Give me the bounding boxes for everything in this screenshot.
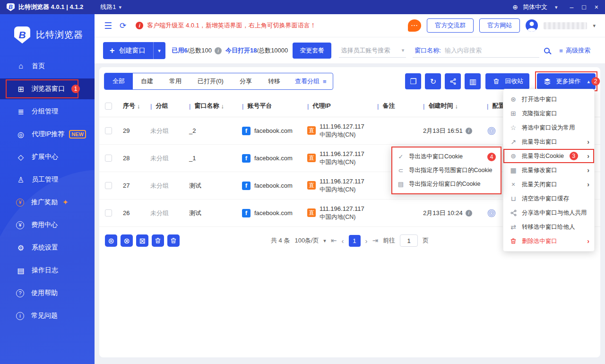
tab-自建[interactable]: 自建 [133,73,161,89]
proxy-location: 中国内地(CN) [320,213,364,221]
column-header-窗口名称[interactable]: |窗口名称↓ [189,102,242,110]
menu-item-transfer-window[interactable]: ⇄转移选中窗口给他人 [503,220,594,234]
facebook-icon: f [242,209,251,217]
page-size-select[interactable]: 100条/页 ▾ [294,236,326,245]
menu-item-clear-cache[interactable]: ⊔清空选中窗口缓存 [503,191,594,206]
row-checkbox-cell [105,127,123,134]
select-all-checkbox[interactable] [105,103,112,110]
sort-icon[interactable]: ↓ [455,103,458,110]
more-actions-button[interactable]: 更多操作 ▴ [537,73,596,89]
official-site-button[interactable]: 官方网站 [479,18,520,33]
export-group-cookie-icon: ▤ [397,181,405,188]
clone-window-icon: ⊞ [509,110,518,117]
refresh-list-button[interactable]: ↻ [425,73,441,89]
column-header-代理IP[interactable]: |代理IP [307,102,377,110]
line-caret-icon[interactable]: ▾ [119,4,122,10]
tab-已打开(0)[interactable]: 已打开(0) [190,73,232,89]
refresh-icon[interactable]: ⟳ [120,21,126,31]
sort-icon[interactable]: ↓ [221,103,224,110]
account-caret-icon[interactable]: ▾ [593,23,596,29]
time-info-icon[interactable]: i [466,210,472,217]
column-header-分组[interactable]: |分组 [150,102,189,110]
sidebar-item-faq[interactable]: i常见问题 [0,305,95,326]
language-caret-icon[interactable]: ▾ [555,4,558,10]
line-selector[interactable]: 线路1 [100,3,116,11]
employee-account-select[interactable]: 选择员工账号搜索 ▾ [339,43,406,58]
close-selected-button[interactable]: ⊗ [121,234,133,247]
column-header-备注[interactable]: |备注 [377,102,423,110]
submenu-item-export-selected-cookie[interactable]: ✓导出选中窗口Cookie4 [392,150,501,164]
prev-page-button[interactable]: ‹ [341,237,344,245]
row-checkbox[interactable] [105,155,112,162]
sidebar-item-billing[interactable]: ¥费用中心 [0,215,95,235]
menu-item-open-selected-window[interactable]: ⊛打开选中窗口 [503,92,594,106]
create-window-button[interactable]: + 创建窗口 ▾ [103,42,165,59]
advanced-search[interactable]: ≡ 高级搜索 [559,46,590,55]
tab-转移[interactable]: 转移 [260,73,288,89]
sidebar-item-home[interactable]: ⌂首页 [0,56,95,77]
menu-item-share-window[interactable]: 分享选中窗口与他人共用 [503,206,594,220]
submenu-item-export-group-cookie[interactable]: ▤导出指定分组窗口的Cookie [392,177,501,191]
sidebar-item-help[interactable]: ?使用帮助 [0,283,95,303]
menu-item-set-common[interactable]: ☆将选中窗口设为常用 [503,121,594,135]
goto-page-input[interactable] [400,234,418,247]
row-checkbox[interactable] [105,182,112,189]
sidebar-item-promotion[interactable]: ¥推广奖励✦ [0,192,95,213]
create-window-caret[interactable]: ▾ [153,42,165,59]
window-name-input[interactable] [445,47,537,54]
delete-selected-icon [169,237,178,244]
recycle-bin-button[interactable]: 回收站 [485,73,529,89]
tab-分享[interactable]: 分享 [232,73,260,89]
batch-open-windows-button[interactable]: ❐ [405,73,421,89]
close-all-button[interactable]: ⊠ [136,234,148,247]
sort-icon[interactable]: ↓ [137,103,140,110]
avatar[interactable] [526,19,538,32]
delete-selected-button[interactable] [167,234,180,247]
view-group-button[interactable]: 查看分组 ≡ [288,73,333,89]
usage-info-icon[interactable]: i [215,47,222,54]
last-page-button[interactable]: ⇥ [372,236,378,245]
tab-常用[interactable]: 常用 [161,73,190,89]
fingerprint-icon[interactable] [487,126,496,136]
share-windows-button[interactable] [445,73,461,89]
tab-全部[interactable]: 全部 [104,73,133,89]
collapse-sidebar-icon[interactable]: ☰ [104,20,112,31]
search-icon[interactable] [544,48,550,53]
next-page-button[interactable]: › [365,237,367,245]
first-page-button[interactable]: ⇤ [331,236,337,245]
row-checkbox[interactable] [105,209,112,217]
list-view-button[interactable]: ▥ [465,73,481,89]
menu-item-batch-export-window[interactable]: ↗批量导出窗口› [503,135,594,149]
batch-open-selected-button[interactable]: ⊛ [105,234,117,247]
support-chat-icon[interactable] [408,19,421,32]
close-button[interactable]: × [595,3,598,11]
submenu-item-export-range-cookie[interactable]: ⊂导出指定序号范围窗口的Cookie [392,164,501,177]
column-label: 备注 [382,102,395,110]
sidebar-item-staff-manage[interactable]: ♙员工管理 [0,169,95,190]
sidebar-item-proxy-ip[interactable]: ◎代理IP推荐NEW [0,124,95,145]
row-checkbox[interactable] [105,127,112,134]
language-selector[interactable]: 简体中文 [523,3,547,11]
fingerprint-icon[interactable] [487,208,496,218]
time-info-icon[interactable]: i [466,128,472,134]
menu-item-batch-close-window[interactable]: ×批量关闭窗口› [503,177,594,191]
column-header-序号[interactable]: 序号↓ [123,102,150,110]
recycle-selected-button[interactable] [152,234,164,247]
sidebar-item-operation-log[interactable]: ▤操作日志 [0,260,95,281]
sidebar-item-group-manage[interactable]: ≣分组管理 [0,101,95,122]
sidebar-item-system-settings[interactable]: ⚙系统设置 [0,237,95,258]
minimize-button[interactable]: – [570,3,574,11]
current-page[interactable]: 1 [348,235,360,247]
column-header-账号平台[interactable]: |账号平台 [242,102,307,110]
menu-item-batch-export-cookie[interactable]: ⊚批量导出Cookie3› [503,149,594,163]
official-group-button[interactable]: 官方交流群 [427,18,474,33]
menu-item-batch-modify-window[interactable]: ▦批量修改窗口› [503,163,594,177]
sidebar-item-extension-center[interactable]: ◇扩展中心 [0,147,95,167]
menu-item-delete-window[interactable]: 删除选中窗口› [503,234,594,248]
sidebar-item-browser-windows[interactable]: ⊞浏览器窗口1 [0,78,95,99]
maximize-button[interactable]: □ [582,3,586,11]
menu-item-clone-window[interactable]: ⊞克隆指定窗口 [503,106,594,121]
column-header-创建时间[interactable]: |创建时间↓ [423,102,487,110]
change-plan-button[interactable]: 变更套餐 [293,43,331,59]
header-checkbox-cell [105,103,123,110]
